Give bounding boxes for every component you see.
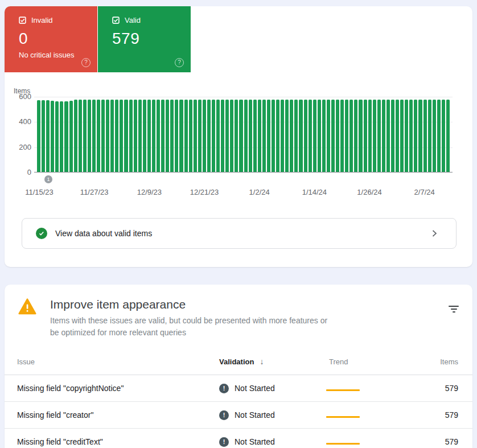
chart-bar[interactable] [157, 100, 160, 172]
chart-bar[interactable] [276, 100, 279, 172]
chart-bar[interactable] [285, 100, 289, 172]
chart-bar[interactable] [423, 100, 427, 172]
chart-bar[interactable] [290, 100, 293, 172]
chart-bar[interactable] [198, 100, 202, 172]
invalid-card[interactable]: Invalid 0 No critical issues ? [5, 6, 97, 72]
table-row[interactable]: Missing field "copyrightNotice"!Not Star… [5, 375, 472, 402]
chart-bar[interactable] [442, 100, 445, 172]
chart-bar[interactable] [359, 100, 362, 172]
chart-bar[interactable] [170, 100, 174, 172]
table-row[interactable]: Missing field "creator"!Not Started579 [5, 402, 472, 429]
chart-bar[interactable] [189, 100, 192, 172]
chart-bar[interactable] [331, 100, 335, 172]
chart-annotation-marker[interactable]: 1 [44, 175, 52, 183]
chart-bar[interactable] [418, 100, 422, 172]
chart-bar[interactable] [37, 100, 40, 173]
chart-bar[interactable] [175, 100, 178, 172]
chart-bar[interactable] [88, 100, 91, 172]
chart-bar[interactable] [184, 100, 188, 172]
chart-bar[interactable] [373, 100, 376, 172]
chart-bar[interactable] [74, 100, 77, 172]
chart-bar[interactable] [143, 100, 146, 172]
chart-bar[interactable] [221, 100, 224, 172]
chart-bar[interactable] [414, 100, 417, 172]
chart-bar[interactable] [64, 101, 68, 173]
chart-bar[interactable] [336, 100, 339, 172]
chart-bar[interactable] [230, 100, 233, 172]
chart-bar[interactable] [299, 100, 302, 172]
chart-bar[interactable] [42, 100, 45, 173]
chart-bar[interactable] [147, 100, 151, 172]
chart-bar[interactable] [101, 100, 105, 172]
chart-bar[interactable] [428, 100, 431, 172]
chart-bar[interactable] [79, 100, 82, 172]
chart-bar[interactable] [322, 100, 326, 172]
chart-bar[interactable] [253, 100, 257, 172]
chart-bar[interactable] [262, 100, 266, 172]
table-row[interactable]: Missing field "creditText"!Not Started57… [5, 429, 472, 448]
chart-bar[interactable] [318, 100, 321, 172]
chart-bar[interactable] [294, 100, 298, 172]
chart-bar[interactable] [409, 100, 413, 172]
chart-bar[interactable] [405, 100, 408, 172]
chart-bar[interactable] [92, 100, 96, 172]
chart-bar[interactable] [212, 100, 215, 172]
chart-bar[interactable] [179, 100, 183, 172]
chart-bar[interactable] [194, 100, 197, 172]
chart-bar[interactable] [281, 100, 284, 172]
invalid-checkbox-icon[interactable] [19, 17, 26, 24]
chart-bar[interactable] [396, 100, 399, 172]
chart-bar[interactable] [129, 100, 133, 172]
chart-bar[interactable] [244, 100, 248, 172]
chart-bar[interactable] [152, 100, 155, 172]
chart-bar[interactable] [364, 100, 367, 172]
chart-bar[interactable] [249, 100, 252, 172]
valid-help-icon[interactable]: ? [175, 58, 184, 67]
chart-bar[interactable] [216, 100, 220, 172]
column-header-trend[interactable]: Trend [329, 357, 414, 366]
chart-bar[interactable] [258, 100, 261, 172]
chart-bar[interactable] [138, 100, 142, 172]
chart-bar[interactable] [377, 100, 381, 172]
chart-bar[interactable] [349, 100, 353, 172]
chart-bar[interactable] [446, 100, 450, 172]
chart-bar[interactable] [124, 100, 128, 172]
chart-bar[interactable] [60, 101, 63, 172]
chart-bar[interactable] [46, 100, 50, 172]
chart-bar[interactable] [203, 100, 206, 172]
valid-checkbox-icon[interactable] [112, 17, 120, 24]
chart-bar[interactable] [51, 101, 54, 172]
chart-bar[interactable] [267, 100, 270, 172]
chart-bar[interactable] [55, 101, 59, 172]
chart-bar[interactable] [340, 100, 344, 172]
chart-bar[interactable] [313, 100, 316, 172]
chart-bar[interactable] [161, 100, 165, 172]
chart-bar[interactable] [115, 100, 118, 172]
view-valid-data-button[interactable]: View data about valid items [22, 218, 457, 249]
chart-bar[interactable] [120, 100, 123, 172]
chart-bar[interactable] [106, 100, 109, 172]
chart-bar[interactable] [304, 100, 307, 172]
chart-bar[interactable] [345, 100, 348, 172]
chart-bar[interactable] [382, 100, 385, 172]
invalid-help-icon[interactable]: ? [81, 58, 91, 67]
chart-bar[interactable] [309, 100, 312, 172]
chart-bar[interactable] [207, 100, 211, 172]
chart-bar[interactable] [400, 100, 404, 172]
valid-card[interactable]: Valid 579 ? [98, 6, 191, 72]
chart-bar[interactable] [327, 100, 330, 172]
chart-bar[interactable] [166, 100, 169, 172]
filter-list-icon[interactable] [449, 306, 459, 314]
column-header-validation[interactable]: Validation ↓ [219, 357, 329, 366]
column-header-issue[interactable]: Issue [17, 357, 219, 366]
chart-bar[interactable] [386, 100, 390, 172]
chart-bar[interactable] [272, 100, 275, 172]
chart-bar[interactable] [134, 100, 137, 172]
chart-bar[interactable] [239, 100, 242, 172]
chart-bar[interactable] [83, 100, 87, 172]
chart-bar[interactable] [433, 100, 436, 172]
chart-bar[interactable] [354, 100, 357, 172]
chart-bar[interactable] [368, 100, 372, 172]
column-header-items[interactable]: Items [414, 357, 458, 366]
chart-bar[interactable] [391, 100, 394, 172]
